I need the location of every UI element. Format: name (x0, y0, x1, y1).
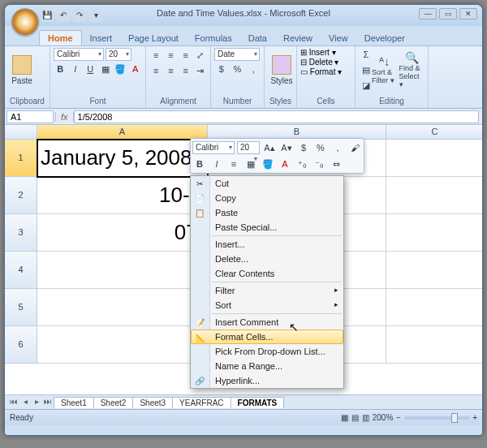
mini-font-select[interactable]: Calibri (192, 141, 235, 154)
zoom-in-button[interactable]: + (472, 413, 477, 422)
mini-font-color[interactable]: A (278, 157, 292, 171)
cell-a4[interactable] (37, 252, 208, 289)
col-header-c[interactable]: C (386, 125, 482, 140)
tab-nav-first[interactable]: ⏮ (8, 397, 19, 408)
tab-insert[interactable]: Insert (82, 31, 121, 45)
ctx-name-range[interactable]: Name a Range... (191, 359, 343, 373)
ctx-cut[interactable]: ✂Cut (191, 176, 343, 191)
cell-a6[interactable] (37, 326, 208, 364)
ctx-insert-comment[interactable]: 📝Insert Comment (191, 315, 343, 330)
row-header-2[interactable]: 2 (5, 177, 37, 214)
align-bot-button[interactable]: ≡ (179, 48, 192, 62)
ctx-delete[interactable]: Delete... (191, 252, 343, 266)
tab-nav-prev[interactable]: ◂ (19, 397, 31, 408)
comma-button[interactable]: , (246, 62, 261, 76)
redo-icon[interactable]: ↷ (73, 9, 86, 22)
border-button[interactable]: ▦ (99, 62, 113, 76)
view-normal-button[interactable]: ▦ (341, 413, 348, 422)
row-header-4[interactable]: 4 (5, 252, 37, 289)
mini-size-select[interactable]: 20 (237, 141, 260, 154)
cell-c2[interactable] (386, 177, 482, 214)
mini-grow-font[interactable]: A▴ (262, 140, 277, 155)
align-top-button[interactable]: ≡ (149, 48, 162, 62)
mini-bold[interactable]: B (192, 157, 207, 171)
maximize-button[interactable]: ▭ (439, 8, 457, 19)
delete-cells-button[interactable]: ⊟ Delete ▾ (300, 58, 351, 67)
align-center-button[interactable]: ≡ (164, 63, 177, 78)
cell-c4[interactable] (386, 252, 482, 289)
ctx-sort[interactable]: Sort▸ (191, 298, 343, 312)
cell-a5[interactable] (37, 289, 208, 326)
align-mid-button[interactable]: ≡ (164, 48, 177, 62)
tab-nav-last[interactable]: ⏭ (42, 397, 54, 408)
qat-more-icon[interactable]: ▾ (89, 9, 102, 22)
ctx-format-cells[interactable]: 📐Format Cells... (191, 330, 343, 344)
office-button[interactable] (11, 8, 39, 36)
col-header-a[interactable]: A (37, 125, 208, 140)
fx-button[interactable]: fx (55, 112, 74, 122)
close-button[interactable]: ✕ (459, 8, 477, 19)
view-break-button[interactable]: ▥ (362, 413, 369, 422)
align-right-button[interactable]: ≡ (179, 63, 192, 78)
mini-format-painter[interactable]: 🖌 (347, 140, 362, 155)
insert-cells-button[interactable]: ⊞ Insert ▾ (300, 48, 351, 57)
zoom-out-button[interactable]: − (396, 413, 401, 422)
ctx-pick-list[interactable]: Pick From Drop-down List... (191, 344, 343, 359)
view-layout-button[interactable]: ▤ (351, 413, 359, 422)
indent-button[interactable]: ⇥ (194, 63, 207, 78)
mini-percent[interactable]: % (313, 140, 328, 155)
sheet-tab-yearfrac[interactable]: YEARFRAC (172, 397, 231, 408)
mini-fill[interactable]: 🪣 (261, 157, 275, 171)
mini-merge[interactable]: ⇔ (329, 157, 343, 171)
number-format-select[interactable]: Date (214, 48, 260, 61)
tab-review[interactable]: Review (275, 31, 321, 45)
ctx-filter[interactable]: Filter▸ (191, 283, 343, 298)
align-left-button[interactable]: ≡ (149, 63, 162, 78)
styles-button[interactable]: Styles (268, 48, 295, 92)
mini-comma[interactable]: , (330, 140, 345, 155)
cell-c6[interactable] (386, 326, 482, 364)
orientation-button[interactable]: ⤢ (194, 48, 207, 62)
sheet-tab-sheet2[interactable]: Sheet2 (93, 397, 134, 408)
tab-nav-next[interactable]: ▸ (31, 397, 42, 408)
ctx-hyperlink[interactable]: 🔗Hyperlink... (191, 373, 343, 388)
percent-button[interactable]: % (231, 62, 245, 76)
cell-c5[interactable] (386, 289, 482, 326)
mini-italic[interactable]: I (209, 157, 224, 171)
tab-home[interactable]: Home (39, 30, 82, 45)
minimize-button[interactable]: — (419, 8, 437, 19)
name-box[interactable]: A1 (6, 110, 54, 123)
font-size-select[interactable]: 20 (106, 48, 131, 61)
row-header-5[interactable]: 5 (5, 289, 37, 326)
save-icon[interactable]: 💾 (41, 9, 54, 22)
row-header-1[interactable]: 1 (5, 140, 37, 177)
mini-currency[interactable]: $ (296, 140, 311, 155)
currency-button[interactable]: $ (214, 62, 229, 76)
font-name-select[interactable]: Calibri (54, 48, 104, 61)
mini-inc-decimal[interactable]: ⁺₀ (295, 157, 309, 171)
row-header-6[interactable]: 6 (5, 326, 37, 364)
ctx-clear-contents[interactable]: Clear Contents (191, 266, 343, 281)
undo-icon[interactable]: ↶ (57, 9, 70, 22)
find-select-button[interactable]: 🔍Find & Select ▾ (399, 48, 425, 92)
cell-a1[interactable]: January 5, 2008 (37, 140, 208, 177)
ctx-paste[interactable]: 📋Paste (191, 205, 343, 220)
formula-bar[interactable]: 1/5/2008 (74, 110, 479, 123)
cell-a2[interactable]: 10-A (37, 177, 208, 214)
font-color-button[interactable]: A (129, 62, 143, 76)
ctx-paste-special[interactable]: Paste Special... (191, 220, 343, 235)
tab-data[interactable]: Data (240, 31, 275, 45)
sheet-tab-sheet3[interactable]: Sheet3 (132, 397, 173, 408)
tab-page-layout[interactable]: Page Layout (120, 31, 187, 45)
tab-developer[interactable]: Developer (356, 31, 413, 45)
ctx-insert[interactable]: Insert... (191, 237, 343, 252)
ctx-copy[interactable]: 📄Copy (191, 191, 343, 205)
select-all-corner[interactable] (5, 125, 37, 140)
underline-button[interactable]: U (84, 62, 97, 76)
sheet-tab-formats[interactable]: FORMATS (231, 397, 285, 408)
mini-center[interactable]: ≡ (226, 157, 241, 171)
row-header-3[interactable]: 3 (5, 214, 37, 252)
cell-c1[interactable] (386, 140, 482, 177)
sheet-tab-sheet1[interactable]: Sheet1 (54, 397, 94, 408)
bold-button[interactable]: B (54, 62, 67, 76)
